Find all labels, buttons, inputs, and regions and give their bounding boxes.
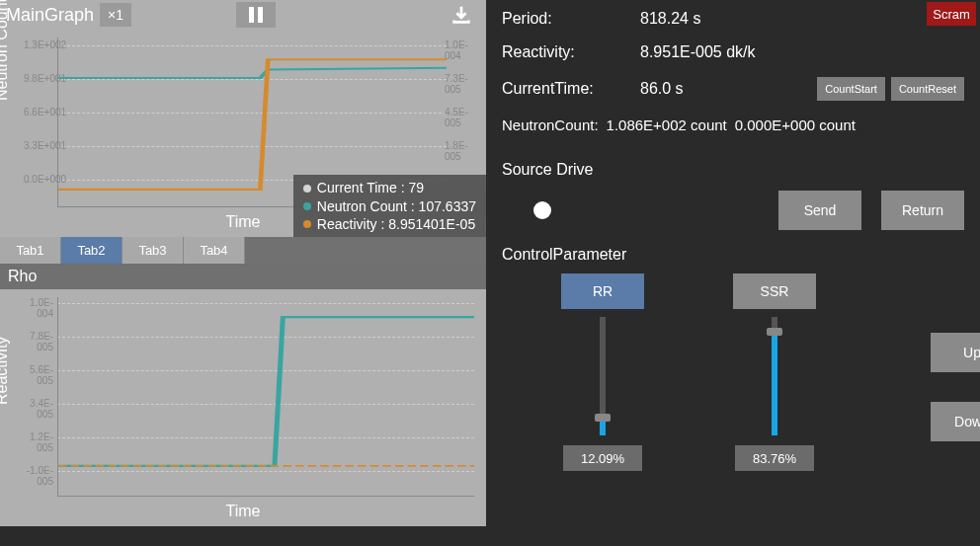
chart-tabs: Tab1 Tab2 Tab3 Tab4	[0, 237, 486, 264]
status-period: Period:818.24 s	[502, 10, 964, 28]
x-axis-label: Time	[226, 503, 261, 520]
ytick-left: 9.8E+001	[24, 73, 57, 84]
rr-button[interactable]: RR	[561, 273, 644, 309]
count-reset-button[interactable]: CountReset	[891, 77, 964, 101]
source-drive-indicator	[533, 201, 551, 219]
tab-1[interactable]: Tab1	[0, 237, 61, 264]
ytick: 7.8E-005	[20, 331, 53, 352]
dot-icon	[303, 185, 311, 193]
slider-thumb-icon[interactable]	[767, 328, 782, 336]
dot-icon	[303, 220, 311, 228]
ytick-right: 4.5E-005	[445, 107, 478, 128]
ytick: 5.6E-005	[20, 364, 53, 386]
pause-icon	[258, 7, 263, 23]
ytick-left: 0.0E+000	[24, 174, 57, 185]
main-chart-title: MainGraph	[6, 5, 94, 26]
status-reactivity: Reactivity:8.951E-005 dk/k	[502, 43, 964, 61]
ytick-left: 6.6E+001	[24, 107, 57, 117]
source-drive-title: Source Drive	[502, 161, 964, 179]
ytick: 3.4E-005	[20, 398, 53, 420]
ytick: 1.2E-005	[20, 431, 53, 453]
speed-multiplier[interactable]: ×1	[100, 3, 131, 27]
y-axis-label: Reactivity	[0, 337, 11, 405]
rho-chart-area: Reactivity Time 1.0E-004 7.8E-005 5.6E-0…	[0, 289, 486, 526]
tab-2[interactable]: Tab2	[61, 237, 122, 264]
ssr-button[interactable]: SSR	[733, 273, 816, 309]
rr-slider[interactable]	[600, 317, 606, 435]
send-button[interactable]: Send	[778, 191, 861, 230]
ytick: 1.0E-004	[20, 297, 53, 319]
status-neutron-count: NeutronCount: 1.086E+002 count 0.000E+00…	[502, 117, 964, 133]
ssr-slider[interactable]	[772, 317, 777, 435]
rr-percentage: 12.09%	[563, 445, 642, 471]
ytick-left: 3.3E+001	[24, 140, 57, 151]
x-axis-label: Time	[226, 213, 261, 231]
pause-button[interactable]	[236, 2, 276, 28]
ytick: -1.0E-005	[20, 465, 53, 487]
count-start-button[interactable]: CountStart	[817, 77, 885, 101]
main-chart-header: MainGraph ×1	[0, 0, 486, 30]
down-button[interactable]: Down	[931, 402, 980, 441]
ssr-percentage: 83.76%	[735, 445, 814, 471]
control-parameter-title: ControlParameter	[502, 246, 964, 264]
up-button[interactable]: Up	[931, 333, 980, 372]
status-time: CurrentTime:86.0 s CountStart CountReset	[502, 77, 964, 101]
tooltip-nc: Neutron Count : 107.6337	[317, 197, 476, 215]
download-icon	[450, 4, 472, 26]
tooltip-time: Current Time : 79	[317, 179, 424, 196]
tab-3[interactable]: Tab3	[122, 237, 184, 264]
tab-4[interactable]: Tab4	[184, 237, 245, 264]
tooltip-react: Reactivity : 8.951401E-05	[317, 215, 475, 233]
return-button[interactable]: Return	[881, 191, 964, 230]
download-button[interactable]	[445, 2, 478, 28]
dot-icon	[303, 202, 311, 210]
ytick-right: 1.8E-005	[445, 140, 478, 162]
rho-line	[58, 317, 474, 466]
neutron-count-line	[58, 68, 447, 78]
pause-icon	[249, 7, 254, 23]
ytick-right: 7.3E-005	[445, 73, 478, 95]
rho-chart-plot	[57, 297, 474, 497]
chart-tooltip: Current Time : 79 Neutron Count : 107.63…	[293, 175, 486, 237]
main-chart-area: Neutron Count Reactivity Time 1.3E+002 9…	[0, 30, 486, 237]
rho-chart-title: Rho	[0, 264, 486, 289]
ytick-right: 1.0E-004	[445, 39, 478, 61]
scram-button[interactable]: Scram	[927, 2, 976, 26]
y-axis-left-label: Neutron Count	[0, 0, 11, 101]
ytick-left: 1.3E+002	[24, 39, 57, 50]
slider-thumb-icon[interactable]	[595, 414, 611, 422]
